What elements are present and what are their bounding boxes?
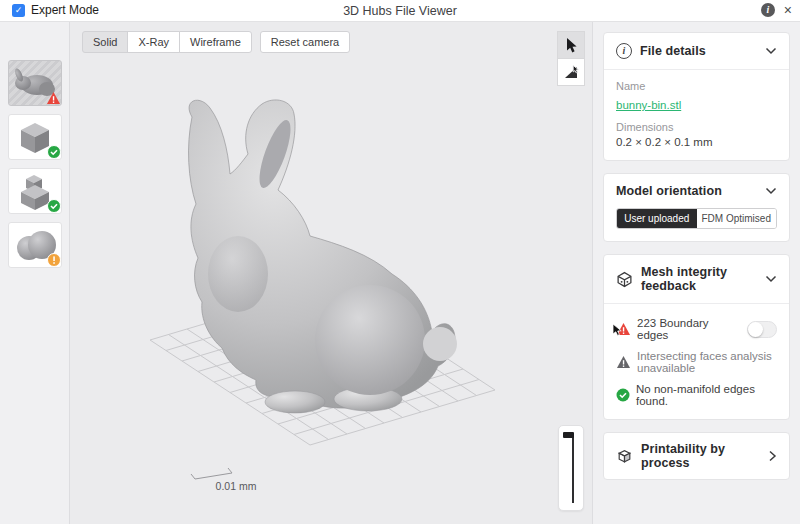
close-icon[interactable]: × xyxy=(784,3,792,17)
scale-label: 0.01 mm xyxy=(196,480,276,492)
file-details-title: File details xyxy=(640,44,757,58)
triangle-select-tool-button[interactable] xyxy=(557,58,585,86)
3d-viewport[interactable]: Solid X-Ray Wireframe Reset camera xyxy=(70,22,592,524)
thumbnail-cube[interactable] xyxy=(8,114,62,160)
intersecting-faces-row: Intersecting faces analysis unavailable xyxy=(616,350,777,374)
orientation-option-user-uploaded[interactable]: User uploaded xyxy=(617,209,697,228)
file-details-header[interactable]: i File details xyxy=(604,33,789,70)
mouse-cursor-icon xyxy=(612,323,624,337)
triangle-select-icon xyxy=(562,63,580,81)
render-mode-toolbar: Solid X-Ray Wireframe Reset camera xyxy=(82,31,350,53)
orientation-segmented-control: User uploaded FDM Optimised xyxy=(616,208,777,229)
zoom-slider-track[interactable] xyxy=(572,434,574,503)
printability-card: Printability by process xyxy=(603,432,790,480)
boundary-edges-row: 223 Boundary edges xyxy=(616,317,777,341)
printability-header[interactable]: Printability by process xyxy=(604,433,789,479)
reset-camera-button[interactable]: Reset camera xyxy=(260,31,350,53)
info-icon[interactable]: i xyxy=(761,3,775,17)
xray-button[interactable]: X-Ray xyxy=(127,31,180,53)
printability-icon xyxy=(616,448,633,465)
printability-title: Printability by process xyxy=(641,442,760,470)
model-orientation-title: Model orientation xyxy=(616,184,757,198)
model-orientation-card: Model orientation User uploaded FDM Opti… xyxy=(603,173,790,242)
bunny-model xyxy=(189,100,457,413)
zoom-slider-handle[interactable] xyxy=(563,432,574,438)
mesh-cube-icon xyxy=(616,271,633,288)
mesh-integrity-header[interactable]: Mesh integrity feedback xyxy=(604,255,789,304)
thumbnail-stacked-cubes[interactable] xyxy=(8,168,62,214)
window-title: 3D Hubs File Viewer xyxy=(0,4,800,18)
inspector-panel: i File details Name bunny-bin.stl Dimens… xyxy=(592,22,800,524)
warning-gray-icon xyxy=(616,355,631,369)
model-orientation-header[interactable]: Model orientation xyxy=(604,174,789,208)
chevron-down-icon[interactable] xyxy=(765,187,777,195)
solid-button[interactable]: Solid xyxy=(82,31,128,53)
3d-hubs-file-viewer-window: ✓ Expert Mode 3D Hubs File Viewer i × xyxy=(0,0,800,524)
top-bar: ✓ Expert Mode 3D Hubs File Viewer i × xyxy=(0,0,800,22)
zoom-slider[interactable] xyxy=(558,425,584,511)
wireframe-button[interactable]: Wireframe xyxy=(179,31,252,53)
file-name-link[interactable]: bunny-bin.stl xyxy=(616,99,681,111)
orientation-option-fdm-optimised[interactable]: FDM Optimised xyxy=(697,209,777,228)
viewport-tools xyxy=(557,31,585,86)
model-thumbnail-sidebar xyxy=(0,22,70,524)
file-details-icon: i xyxy=(616,43,632,59)
ok-badge-icon xyxy=(47,199,61,213)
error-badge-icon xyxy=(46,91,61,105)
chevron-right-icon[interactable] xyxy=(768,450,777,462)
ok-badge-icon xyxy=(47,145,61,159)
chevron-down-icon[interactable] xyxy=(765,275,777,283)
intersecting-faces-text: Intersecting faces analysis unavailable xyxy=(637,350,777,374)
dimensions-label: Dimensions xyxy=(616,121,777,133)
3d-scene[interactable] xyxy=(70,22,592,524)
cursor-tool-button[interactable] xyxy=(557,31,585,59)
thumbnail-bunny[interactable] xyxy=(8,60,62,106)
dimensions-value: 0.2 × 0.2 × 0.1 mm xyxy=(616,136,777,148)
warning-badge-icon xyxy=(47,253,61,267)
boundary-edges-text: 223 Boundary edges xyxy=(637,317,741,341)
scale-bracket xyxy=(191,468,232,479)
thumbnail-spheres[interactable] xyxy=(8,222,62,268)
name-label: Name xyxy=(616,80,777,92)
mesh-integrity-title: Mesh integrity feedback xyxy=(641,265,757,293)
non-manifold-row: No non-manifold edges found. xyxy=(616,383,777,407)
non-manifold-text: No non-manifold edges found. xyxy=(636,383,777,407)
file-details-card: i File details Name bunny-bin.stl Dimens… xyxy=(603,32,790,161)
chevron-down-icon[interactable] xyxy=(765,47,777,55)
toggle-knob xyxy=(748,322,763,337)
cursor-icon xyxy=(562,36,580,54)
check-green-icon xyxy=(616,388,630,402)
mesh-integrity-card: Mesh integrity feedback 223 Boundary edg… xyxy=(603,254,790,420)
boundary-edges-toggle[interactable] xyxy=(747,321,777,338)
